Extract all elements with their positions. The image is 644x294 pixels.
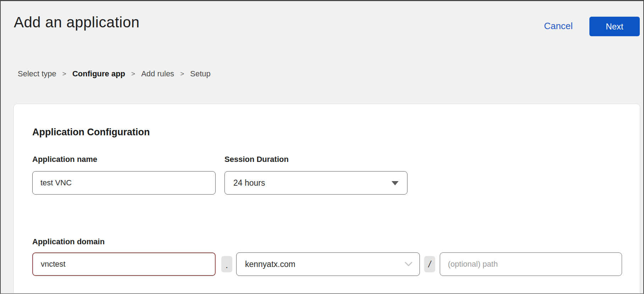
chevron-down-icon [405,262,412,267]
dropdown-caret-icon [392,181,399,185]
session-duration-label: Session Duration [224,155,289,164]
application-name-label: Application name [32,155,97,164]
session-duration-select[interactable]: 24 hours [224,171,407,195]
subdomain-input[interactable] [32,252,216,276]
breadcrumb-step-setup[interactable]: Setup [190,69,211,78]
domain-select[interactable]: kennyatx.com [236,252,420,276]
slash-separator: / [424,256,435,272]
breadcrumb-separator: > [62,70,66,78]
cancel-button[interactable]: Cancel [544,21,573,32]
domain-select-value: kennyatx.com [245,260,295,269]
breadcrumb-separator: > [131,70,135,78]
configuration-card: Application Configuration Application na… [13,104,640,294]
next-button[interactable]: Next [589,17,640,36]
breadcrumb-step-select-type[interactable]: Select type [18,69,56,78]
path-input[interactable] [440,252,622,276]
add-application-page: Add an application Cancel Next Select ty… [0,0,644,294]
application-name-input[interactable] [32,171,216,195]
section-heading: Application Configuration [32,127,150,138]
application-domain-label: Application domain [32,237,105,246]
breadcrumb-separator: > [180,70,184,78]
page-title: Add an application [14,14,140,31]
breadcrumb-step-configure-app[interactable]: Configure app [72,69,125,78]
dot-separator: . [221,256,232,272]
breadcrumb: Select type > Configure app > Add rules … [18,69,211,78]
session-duration-value: 24 hours [233,178,265,188]
breadcrumb-step-add-rules[interactable]: Add rules [141,69,174,78]
